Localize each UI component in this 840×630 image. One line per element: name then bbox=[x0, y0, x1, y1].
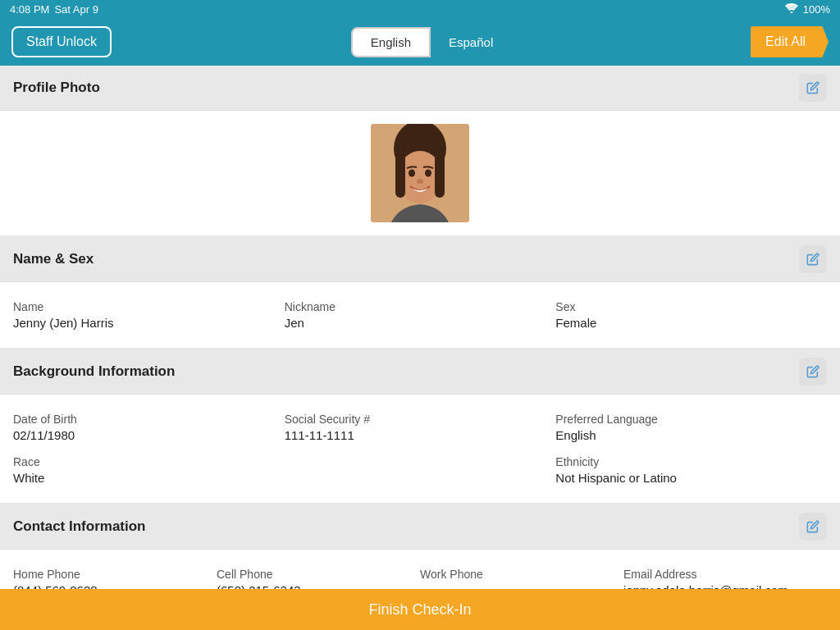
race-value: White bbox=[13, 471, 285, 485]
main-content: Profile Photo bbox=[0, 66, 840, 589]
name-sex-body: Name Jenny (Jen) Harris Nickname Jen Sex… bbox=[0, 282, 840, 348]
battery: 100% bbox=[803, 3, 830, 16]
profile-photo-image bbox=[371, 124, 469, 222]
pref-lang-label: Preferred Language bbox=[555, 413, 827, 426]
svg-rect-4 bbox=[395, 153, 405, 198]
svg-point-0 bbox=[790, 11, 792, 13]
profile-photo-section: Profile Photo bbox=[0, 66, 840, 235]
background-info-header: Background Information bbox=[0, 349, 840, 395]
ethnicity-label: Ethnicity bbox=[555, 455, 827, 468]
email-value: jenny.adele.harris@gmail.com bbox=[623, 583, 827, 589]
ethnicity-value: Not Hispanic or Latino bbox=[555, 471, 827, 485]
nickname-value: Jen bbox=[285, 316, 556, 330]
home-phone-group: Home Phone (844) 569-8628 bbox=[13, 568, 217, 589]
status-bar: 4:08 PM Sat Apr 9 100% bbox=[0, 0, 840, 18]
ethnicity-field-group: Ethnicity Not Hispanic or Latino bbox=[555, 455, 827, 485]
staff-unlock-button[interactable]: Staff Unlock bbox=[11, 26, 112, 57]
background-info-section: Background Information Date of Birth 02/… bbox=[0, 349, 840, 503]
name-sex-field-row: Name Jenny (Jen) Harris Nickname Jen Sex… bbox=[13, 294, 827, 336]
email-group: Email Address jenny.adele.harris@gmail.c… bbox=[623, 568, 827, 589]
profile-photo-body bbox=[0, 111, 840, 235]
contact-info-section: Contact Information Home Phone (844) 569… bbox=[0, 504, 840, 589]
sex-field-group: Sex Female bbox=[555, 300, 827, 330]
background-info-edit-button[interactable] bbox=[799, 358, 827, 386]
svg-point-6 bbox=[409, 170, 415, 177]
sex-label: Sex bbox=[555, 300, 827, 313]
dob-label: Date of Birth bbox=[13, 413, 285, 426]
race-label: Race bbox=[13, 455, 285, 468]
contact-info-body: Home Phone (844) 569-8628 Cell Phone (65… bbox=[0, 550, 840, 589]
pencil-icon bbox=[806, 253, 819, 266]
status-bar-right: 100% bbox=[785, 3, 830, 16]
cell-phone-group: Cell Phone (650) 215-6343 bbox=[217, 568, 420, 589]
cell-phone-label: Cell Phone bbox=[217, 568, 420, 581]
nickname-field-group: Nickname Jen bbox=[285, 300, 556, 330]
status-bar-left: 4:08 PM Sat Apr 9 bbox=[10, 3, 98, 16]
profile-photo-header: Profile Photo bbox=[0, 66, 840, 111]
contact-info-header: Contact Information bbox=[0, 504, 840, 550]
race-field-group: Race White bbox=[13, 455, 285, 485]
pencil-icon bbox=[806, 365, 819, 378]
profile-photo-title: Profile Photo bbox=[13, 80, 100, 96]
pencil-icon bbox=[806, 520, 819, 533]
header: Staff Unlock English Español Edit All bbox=[0, 18, 840, 66]
svg-point-7 bbox=[425, 170, 431, 177]
language-switcher: English Español bbox=[351, 27, 511, 57]
date: Sat Apr 9 bbox=[54, 3, 98, 16]
cell-phone-value: (650) 215-6343 bbox=[217, 583, 420, 589]
svg-rect-5 bbox=[435, 153, 445, 198]
ssn-field-group: Social Security # 111-11-1111 bbox=[285, 413, 556, 442]
ssn-label: Social Security # bbox=[285, 413, 556, 426]
time: 4:08 PM bbox=[10, 3, 49, 16]
contact-info-edit-button[interactable] bbox=[799, 513, 827, 541]
pencil-icon bbox=[806, 81, 819, 94]
background-row1: Date of Birth 02/11/1980 Social Security… bbox=[13, 406, 827, 449]
name-value: Jenny (Jen) Harris bbox=[13, 316, 285, 330]
dob-value: 02/11/1980 bbox=[13, 428, 285, 442]
edit-all-button[interactable]: Edit All bbox=[751, 26, 829, 57]
wifi-icon bbox=[785, 3, 798, 16]
background-info-body: Date of Birth 02/11/1980 Social Security… bbox=[0, 395, 840, 503]
spanish-language-button[interactable]: Español bbox=[431, 29, 511, 56]
pref-lang-value: English bbox=[555, 428, 827, 442]
profile-photo-edit-button[interactable] bbox=[799, 74, 827, 102]
finish-checkin-label: Finish Check-In bbox=[368, 601, 471, 619]
contact-info-title: Contact Information bbox=[13, 518, 146, 535]
name-label: Name bbox=[13, 300, 285, 313]
finish-checkin-bar[interactable]: Finish Check-In bbox=[0, 589, 840, 630]
pref-lang-field-group: Preferred Language English bbox=[555, 413, 827, 442]
name-sex-title: Name & Sex bbox=[13, 251, 94, 267]
dob-field-group: Date of Birth 02/11/1980 bbox=[13, 413, 285, 442]
name-sex-header: Name & Sex bbox=[0, 237, 840, 282]
work-phone-label: Work Phone bbox=[420, 568, 623, 581]
empty-spacer bbox=[285, 455, 556, 485]
background-row2: Race White Ethnicity Not Hispanic or Lat… bbox=[13, 449, 827, 491]
name-sex-section: Name & Sex Name Jenny (Jen) Harris Nickn… bbox=[0, 237, 840, 348]
work-phone-group: Work Phone bbox=[420, 568, 623, 589]
english-language-button[interactable]: English bbox=[351, 27, 431, 57]
nickname-label: Nickname bbox=[285, 300, 556, 313]
name-field-group: Name Jenny (Jen) Harris bbox=[13, 300, 285, 330]
ssn-value: 111-11-1111 bbox=[285, 428, 556, 442]
background-info-title: Background Information bbox=[13, 363, 175, 380]
home-phone-value: (844) 569-8628 bbox=[13, 583, 217, 589]
svg-point-8 bbox=[417, 179, 423, 184]
name-sex-edit-button[interactable] bbox=[799, 245, 827, 273]
home-phone-label: Home Phone bbox=[13, 568, 217, 581]
contact-row: Home Phone (844) 569-8628 Cell Phone (65… bbox=[13, 561, 827, 589]
sex-value: Female bbox=[555, 316, 827, 330]
email-label: Email Address bbox=[623, 568, 827, 581]
